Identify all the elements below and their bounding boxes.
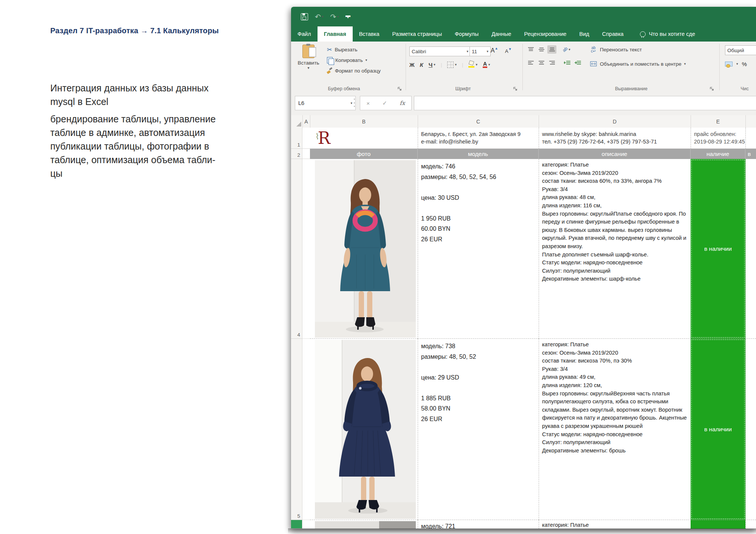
formula-bar-splitter[interactable] bbox=[354, 99, 355, 107]
row-header-5[interactable]: 5 bbox=[291, 339, 302, 520]
column-header-f-partial[interactable] bbox=[745, 115, 756, 128]
number-format-combo[interactable]: Общий bbox=[725, 45, 756, 55]
row-header-6-active[interactable] bbox=[291, 520, 302, 529]
tell-me-search[interactable]: Что вы хотите сде bbox=[630, 26, 695, 42]
row-header-4[interactable]: 4 bbox=[291, 159, 302, 339]
header-cell-description[interactable]: описание bbox=[539, 149, 691, 159]
cell-b5-photo[interactable] bbox=[310, 339, 418, 520]
scissors-icon: ✂ bbox=[327, 46, 332, 53]
percent-format-button[interactable]: % bbox=[742, 61, 747, 67]
cell-d1-contacts[interactable]: www.rishelie.by skype: bahniuk.marina те… bbox=[539, 128, 691, 149]
cell-b6-photo-partial[interactable] bbox=[310, 520, 418, 529]
cell-d4-description[interactable]: категория: Платье сезон: Осень-Зима 2019… bbox=[539, 159, 691, 339]
doc-paragraph-intro: Интеграция данных из базы данных mysql в… bbox=[50, 81, 247, 108]
select-all-corner[interactable] bbox=[291, 115, 303, 128]
tab-formulas[interactable]: Формулы bbox=[448, 26, 485, 42]
align-center-icon[interactable] bbox=[537, 59, 546, 67]
font-name-combo[interactable]: Calibri▾ bbox=[409, 46, 471, 56]
formula-bar-row: L6▾ × ✓ fx bbox=[291, 93, 756, 116]
font-dialog-launcher-icon[interactable] bbox=[513, 87, 517, 91]
tab-review[interactable]: Рецензирование bbox=[518, 26, 573, 42]
align-middle-icon[interactable] bbox=[537, 45, 546, 54]
align-top-icon[interactable] bbox=[526, 45, 535, 54]
decrease-indent-icon[interactable] bbox=[562, 59, 572, 67]
cancel-entry-icon[interactable]: × bbox=[367, 100, 370, 106]
underline-button[interactable]: Ч bbox=[429, 62, 433, 68]
tab-data[interactable]: Данные bbox=[485, 26, 517, 42]
orientation-button[interactable]: ab▾ bbox=[562, 47, 570, 52]
clipboard-group-label: Буфер обмена bbox=[306, 86, 382, 91]
product-photo-746 bbox=[315, 160, 416, 338]
cell-b4-photo[interactable] bbox=[310, 159, 418, 339]
undo-button[interactable]: ↶▾ bbox=[315, 14, 323, 20]
cell-e6-availability[interactable] bbox=[691, 520, 745, 529]
tab-home[interactable]: Главная bbox=[318, 26, 353, 42]
row-header-1[interactable]: 1 bbox=[291, 128, 302, 149]
confirm-entry-icon[interactable]: ✓ bbox=[383, 100, 387, 106]
clipboard-dialog-launcher-icon[interactable] bbox=[398, 87, 402, 91]
formula-input[interactable] bbox=[414, 96, 756, 110]
tab-view[interactable]: Вид bbox=[573, 26, 596, 42]
vertical-align-buttons: ab▾ bbox=[526, 45, 570, 54]
align-left-icon[interactable] bbox=[526, 59, 535, 67]
increase-indent-icon[interactable] bbox=[573, 59, 582, 67]
number-buttons: ▾ % bbox=[725, 59, 747, 69]
formula-buttons: × ✓ fx bbox=[360, 96, 412, 110]
font-color-icon[interactable]: А bbox=[483, 62, 487, 68]
tab-insert[interactable]: Вставка bbox=[353, 26, 386, 42]
currency-format-icon[interactable] bbox=[725, 62, 733, 66]
wrap-text-icon: abc↵ bbox=[590, 46, 597, 53]
doc-paragraph-features: брендирование таблицы, управление таблиц… bbox=[50, 112, 247, 180]
shrink-font-button[interactable]: A▼ bbox=[505, 47, 512, 54]
cell-b1-logo[interactable]: ⌇R bbox=[310, 128, 418, 149]
wrap-text-button[interactable]: abc↵ Переносить текст bbox=[590, 45, 642, 54]
column-header-d[interactable]: D bbox=[539, 115, 691, 128]
column-headers: A B C D E bbox=[291, 115, 756, 128]
cell-e5-availability[interactable]: в наличии bbox=[691, 339, 745, 520]
cell-c6-model[interactable]: модель: 721 bbox=[418, 520, 539, 529]
fill-color-icon[interactable] bbox=[468, 62, 474, 68]
cell-e4-availability[interactable]: в наличии bbox=[691, 159, 745, 339]
cell-e1-price-updated[interactable]: прайс обновлен: 2019-08-29 12:49:45 bbox=[691, 128, 745, 149]
cell-c5-model[interactable]: модель: 738 размеры: 48, 50, 52 цена: 29… bbox=[418, 339, 539, 520]
align-bottom-icon[interactable] bbox=[547, 45, 556, 54]
tab-page-layout[interactable]: Разметка страницы bbox=[386, 26, 449, 42]
ribbon: Вставить ▾ ✂ Вырезать Копировать▾ Формат… bbox=[291, 42, 756, 94]
align-right-icon[interactable] bbox=[547, 59, 556, 67]
copy-button[interactable]: Копировать▾ bbox=[327, 55, 367, 65]
brush-icon bbox=[327, 68, 332, 73]
brand-logo: R bbox=[318, 128, 330, 148]
column-header-b[interactable]: B bbox=[310, 115, 418, 128]
paste-button[interactable]: Вставить ▾ bbox=[295, 45, 322, 70]
header-cell-availability[interactable]: наличие bbox=[691, 149, 745, 159]
alignment-dialog-launcher-icon[interactable] bbox=[710, 87, 714, 91]
column-header-e[interactable]: E bbox=[691, 115, 746, 128]
bold-button[interactable]: Ж bbox=[409, 62, 415, 68]
font-size-combo[interactable]: 11▾ bbox=[469, 46, 491, 56]
borders-icon[interactable] bbox=[447, 62, 454, 68]
save-icon[interactable] bbox=[301, 13, 308, 20]
cell-c1-address[interactable]: Беларусь, г. Брест, ул. 2ая Заводская 9 … bbox=[418, 128, 539, 149]
product-photo-738 bbox=[315, 340, 416, 519]
paste-dropdown-arrow[interactable]: ▾ bbox=[295, 66, 322, 70]
merge-center-button[interactable]: Объединить и поместить в центре▾ bbox=[590, 59, 686, 69]
cell-c4-model[interactable]: модель: 746 размеры: 48, 50, 52, 54, 56 … bbox=[418, 159, 539, 339]
header-cell-photo[interactable]: фото bbox=[310, 149, 418, 159]
redo-button[interactable]: ↷▾ bbox=[330, 14, 338, 20]
header-cell-model[interactable]: модель bbox=[418, 149, 539, 159]
column-header-a[interactable]: A bbox=[302, 115, 310, 128]
tab-file[interactable]: Файл bbox=[291, 26, 318, 42]
insert-function-icon[interactable]: fx bbox=[400, 100, 405, 106]
cut-button[interactable]: ✂ Вырезать bbox=[327, 45, 357, 54]
column-header-c[interactable]: C bbox=[418, 115, 539, 128]
name-box[interactable]: L6▾ bbox=[295, 96, 356, 110]
header-cell-partial[interactable]: в bbox=[745, 149, 756, 159]
format-painter-button[interactable]: Формат по образцу bbox=[327, 66, 381, 76]
row-header-2[interactable]: 2 bbox=[291, 149, 302, 159]
customize-qat-icon[interactable]: ▬▾ bbox=[345, 14, 350, 19]
grow-font-button[interactable]: A▲ bbox=[491, 46, 498, 54]
cell-d6-description[interactable]: категория: Платье bbox=[539, 520, 691, 529]
tab-help[interactable]: Справка bbox=[596, 26, 630, 42]
italic-button[interactable]: К bbox=[420, 62, 423, 68]
cell-d5-description[interactable]: категория: Платье сезон: Осень-Зима 2019… bbox=[539, 339, 691, 520]
